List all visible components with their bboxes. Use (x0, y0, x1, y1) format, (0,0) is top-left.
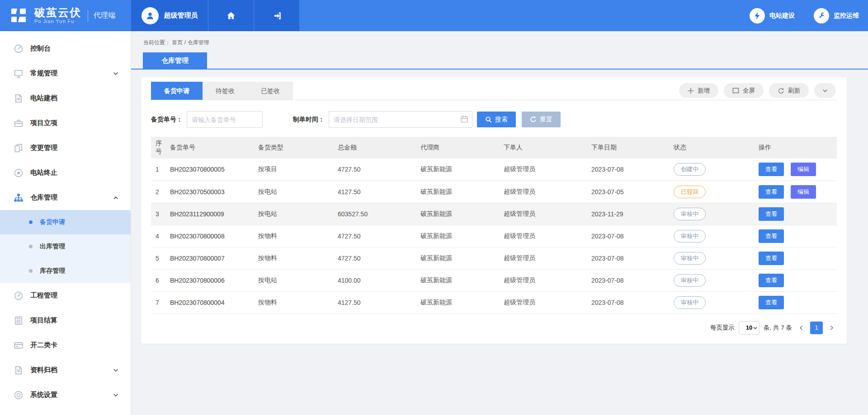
sidebar-item-station-archive[interactable]: 电站建档 (0, 86, 131, 111)
actions-cell: 查看编辑 (756, 159, 837, 181)
breadcrumb-label: 当前位置： (143, 39, 170, 46)
cell-amount: 4727.50 (335, 247, 418, 269)
nav-label: 电站建设 (769, 12, 795, 20)
sidebar-item-general[interactable]: 常规管理 (0, 61, 131, 86)
actions-cell: 查看 (756, 225, 837, 247)
nav-item-construction[interactable]: 电站建设 (750, 8, 795, 23)
top-right-nav: 电站建设 监控运维 (750, 0, 868, 31)
cell-status: 创建中 (671, 159, 756, 181)
sidebar-item-station-termination[interactable]: 电站终止 (0, 160, 131, 185)
sidebar-item-data-archive[interactable]: 资料归档 (0, 358, 131, 382)
date-range-input[interactable] (329, 111, 472, 128)
table-row[interactable]: 4 BH2023070800008 按物料 4727.50 破茧新能源 超级管理… (151, 225, 837, 247)
cell-order-no: BH2023070800006 (167, 269, 255, 291)
divider (88, 10, 88, 22)
breadcrumb: 当前位置： 首页 / 仓库管理 (131, 31, 868, 47)
prev-page-button[interactable] (796, 323, 806, 333)
pagination: 每页显示 10 条, 共 7 条 1 (151, 321, 837, 335)
view-button[interactable]: 查看 (759, 274, 784, 287)
next-page-button[interactable] (827, 323, 837, 333)
cell-date: 2023-07-08 (589, 225, 671, 247)
cell-date: 2023-07-08 (589, 291, 671, 313)
add-button[interactable]: 新增 (679, 83, 718, 98)
status-badge: 审核中 (674, 208, 706, 220)
search-button-label: 搜索 (495, 116, 508, 124)
refresh-button[interactable]: 刷新 (769, 83, 809, 98)
tab-stock-request[interactable]: 备货申请 (151, 82, 203, 100)
user-name: 超级管理员 (164, 11, 198, 20)
status-badge: 审核中 (674, 252, 706, 265)
per-page-label: 每页显示 (710, 324, 735, 332)
home-icon (226, 11, 236, 21)
collapse-toolbar-button[interactable] (814, 83, 836, 98)
sidebar-item-engineering[interactable]: 工程管理 (0, 283, 131, 308)
cell-order-no: BH2023070800008 (167, 225, 255, 247)
table-row[interactable]: 6 BH2023070800006 按电站 4100.00 破茧新能源 超级管理… (151, 269, 837, 291)
per-page-select[interactable]: 10 (739, 321, 760, 335)
logout-button[interactable] (254, 0, 299, 31)
tab-bar: 备货申请 待签收 已签收 (151, 82, 293, 100)
table-row[interactable]: 1 BH2023070800005 按项目 4727.50 破茧新能源 超级管理… (151, 159, 837, 181)
table-row[interactable]: 2 BH2023070500003 按电站 4127.50 破茧新能源 超级管理… (151, 181, 837, 203)
cell-order-no: BH2023112900009 (167, 203, 255, 225)
view-button[interactable]: 查看 (759, 163, 784, 176)
sidebar-item-console[interactable]: 控制台 (0, 36, 131, 61)
sidebar-item-label: 开二类卡 (30, 341, 57, 350)
edit-button[interactable]: 编辑 (791, 185, 816, 199)
view-button[interactable]: 查看 (759, 252, 784, 265)
status-badge: 创建中 (674, 163, 706, 176)
view-button[interactable]: 查看 (759, 296, 784, 309)
cell-agent: 破茧新能源 (418, 291, 501, 313)
sidebar-item-change-management[interactable]: 变更管理 (0, 135, 131, 160)
user-menu[interactable]: 超级管理员 (131, 0, 208, 31)
order-no-input[interactable] (187, 111, 263, 128)
table-row[interactable]: 5 BH2023070800007 按物料 4727.50 破茧新能源 超级管理… (151, 247, 837, 269)
search-button[interactable]: 搜索 (477, 112, 516, 127)
sidebar-item-label: 资料归档 (30, 366, 57, 374)
view-button[interactable]: 查看 (759, 185, 784, 199)
cell-status: 审核中 (671, 291, 756, 313)
sidebar-item-card[interactable]: 开二类卡 (0, 333, 131, 358)
sidebar-item-label: 控制台 (30, 44, 51, 53)
tab-pending-receipt[interactable]: 待签收 (203, 82, 248, 100)
table-row[interactable]: 3 BH2023112900009 按电站 603527.50 破茧新能源 超级… (151, 203, 837, 225)
cell-order-no: BH2023070800004 (167, 291, 255, 313)
cell-status: 审核中 (671, 247, 756, 269)
card-icon (14, 340, 24, 350)
submenu-item-inventory[interactable]: 库存管理 (0, 259, 131, 283)
cell-orderer: 超级管理员 (501, 159, 589, 181)
view-button[interactable]: 查看 (759, 229, 784, 243)
home-button[interactable] (208, 0, 254, 31)
fullscreen-button[interactable]: 全屏 (724, 83, 764, 98)
search-icon (485, 116, 492, 123)
sidebar-item-warehouse[interactable]: 仓库管理 (0, 185, 131, 210)
filter-bar: 备货单号： 制单时间： (151, 111, 837, 128)
sidebar-item-project-initiation[interactable]: 项目立项 (0, 111, 131, 135)
tab-received[interactable]: 已签收 (248, 82, 293, 100)
breadcrumb-home[interactable]: 首页 (172, 39, 183, 46)
view-button[interactable]: 查看 (759, 207, 784, 221)
reset-button[interactable]: 重置 (522, 112, 561, 127)
submenu-item-stock-request[interactable]: 备货申请 (0, 210, 131, 234)
calculator-icon (14, 316, 24, 326)
edit-button[interactable]: 编辑 (791, 163, 816, 176)
cell-order-no: BH2023070800005 (167, 159, 255, 181)
sidebar-item-settings[interactable]: 系统设置 (0, 382, 131, 407)
sidebar-item-settlement[interactable]: 项目结算 (0, 308, 131, 333)
page-tab-warehouse[interactable]: 仓库管理 (143, 52, 207, 69)
cell-order-no: BH2023070800007 (167, 247, 255, 269)
page-1-button[interactable]: 1 (810, 322, 823, 334)
reset-button-label: 重置 (540, 116, 552, 124)
submenu-item-outbound[interactable]: 出库管理 (0, 234, 131, 259)
chevron-down-icon (113, 392, 119, 398)
logo-title: 破茧云伏 (34, 7, 81, 18)
table-row[interactable]: 7 BH2023070800004 按物料 4127.50 破茧新能源 超级管理… (151, 291, 837, 313)
reset-icon (530, 116, 537, 123)
nav-item-operations[interactable]: 监控运维 (814, 8, 859, 23)
content-card: 备货申请 待签收 已签收 新增 全屏 (141, 77, 847, 344)
cell-type: 按电站 (255, 181, 335, 203)
breadcrumb-separator: / (184, 39, 186, 46)
status-badge: 审核中 (674, 230, 706, 242)
table-header-row: 序号 备货单号 备货类型 总金额 代理商 下单人 下单日期 状态 操作 (151, 137, 837, 159)
sidebar: 控制台 常规管理 电站建档 (0, 31, 131, 415)
